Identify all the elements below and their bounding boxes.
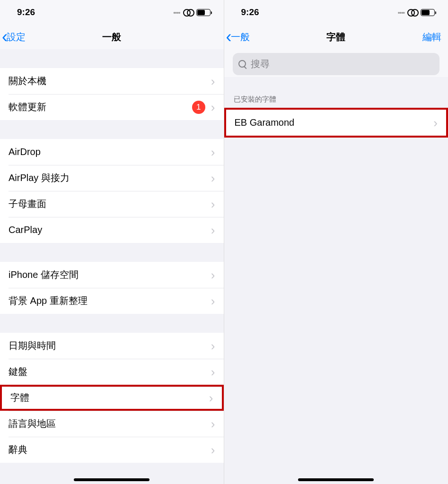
- home-indicator[interactable]: [74, 478, 149, 481]
- row-label: 子母畫面: [9, 198, 211, 210]
- signal-dots-icon: ••••: [398, 9, 404, 16]
- row-label: 辭典: [9, 443, 211, 456]
- search-wrap: 搜尋: [224, 49, 448, 77]
- settings-group: 關於本機 › 軟體更新 1 ›: [0, 68, 224, 120]
- chevron-right-icon: ›: [211, 418, 215, 430]
- row-bg-refresh[interactable]: 背景 App 重新整理 ›: [0, 288, 224, 314]
- row-about[interactable]: 關於本機 ›: [0, 68, 224, 94]
- battery-icon: [196, 9, 211, 16]
- row-carplay[interactable]: CarPlay ›: [0, 217, 224, 243]
- row-label: AirDrop: [9, 147, 211, 157]
- chevron-right-icon: ›: [211, 444, 215, 456]
- status-bar: 9:26 ••••: [224, 0, 448, 25]
- nav-bar: ‹ 設定 一般: [0, 25, 224, 49]
- nav-back-button[interactable]: ‹ 設定: [2, 28, 26, 45]
- row-dictionary[interactable]: 辭典 ›: [0, 437, 224, 463]
- settings-group: AirDrop › AirPlay 與接力 › 子母畫面 › CarPlay ›: [0, 139, 224, 243]
- search-input[interactable]: 搜尋: [233, 53, 440, 75]
- link-icon: [183, 9, 193, 16]
- row-label: 背景 App 重新整理: [9, 294, 211, 307]
- chevron-right-icon: ›: [211, 198, 215, 210]
- chevron-right-icon: ›: [211, 75, 215, 87]
- chevron-right-icon: ›: [433, 117, 438, 129]
- font-name: EB Garamond: [235, 117, 434, 128]
- row-pip[interactable]: 子母畫面 ›: [0, 191, 224, 217]
- row-label: AirPlay 與接力: [9, 172, 211, 184]
- nav-bar: ‹ 一般 字體 編輯: [224, 25, 448, 49]
- row-font[interactable]: EB Garamond ›: [226, 110, 447, 136]
- edit-button[interactable]: 編輯: [422, 31, 441, 43]
- chevron-right-icon: ›: [211, 366, 215, 378]
- row-label: iPhone 儲存空間: [9, 268, 211, 281]
- row-airplay[interactable]: AirPlay 與接力 ›: [0, 165, 224, 191]
- settings-group: iPhone 儲存空間 › 背景 App 重新整理 ›: [0, 262, 224, 314]
- status-time: 9:26: [17, 7, 35, 17]
- chevron-right-icon: ›: [211, 101, 215, 113]
- search-placeholder: 搜尋: [251, 58, 270, 70]
- fonts-list[interactable]: 已安裝的字體 EB Garamond ›: [224, 77, 448, 484]
- row-keyboard[interactable]: 鍵盤 ›: [0, 359, 224, 385]
- row-label: 日期與時間: [9, 339, 211, 352]
- row-label: 關於本機: [9, 75, 211, 87]
- nav-title: 一般: [102, 31, 121, 43]
- row-language[interactable]: 語言與地區 ›: [0, 411, 224, 437]
- chevron-right-icon: ›: [211, 146, 215, 158]
- fonts-section: EB Garamond ›: [224, 108, 448, 138]
- row-label: CarPlay: [9, 225, 211, 235]
- nav-title: 字體: [326, 31, 345, 43]
- signal-dots-icon: ••••: [173, 9, 180, 16]
- chevron-right-icon: ›: [209, 392, 213, 404]
- chevron-right-icon: ›: [211, 172, 215, 184]
- section-header: 已安裝的字體: [224, 77, 448, 108]
- status-icons: ••••: [173, 9, 210, 16]
- row-software-update[interactable]: 軟體更新 1 ›: [0, 94, 224, 120]
- row-fonts[interactable]: 字體 ›: [0, 385, 224, 411]
- battery-icon: [421, 9, 435, 16]
- update-badge: 1: [192, 101, 205, 114]
- status-bar: 9:26 ••••: [0, 0, 224, 25]
- search-icon: [238, 60, 247, 69]
- nav-back-label: 一般: [231, 31, 250, 43]
- row-label: 字體: [10, 391, 209, 404]
- settings-group: 日期與時間 › 鍵盤 › 字體 › 語言與地區 › 辭典 ›: [0, 333, 224, 463]
- settings-list[interactable]: 關於本機 › 軟體更新 1 › AirDrop › AirPlay 與接力 › …: [0, 49, 224, 484]
- row-airdrop[interactable]: AirDrop ›: [0, 139, 224, 165]
- row-label: 軟體更新: [9, 101, 192, 113]
- status-icons: ••••: [398, 9, 435, 16]
- row-label: 語言與地區: [9, 417, 211, 430]
- link-icon: [407, 9, 418, 16]
- chevron-right-icon: ›: [211, 340, 215, 352]
- home-indicator[interactable]: [298, 478, 374, 481]
- chevron-right-icon: ›: [211, 295, 215, 307]
- status-time: 9:26: [241, 7, 259, 17]
- row-label: 鍵盤: [9, 365, 211, 378]
- nav-back-label: 設定: [7, 31, 26, 43]
- chevron-right-icon: ›: [211, 224, 215, 236]
- screen-general: 9:26 •••• ‹ 設定 一般 關於本機 › 軟體更新 1 ›: [0, 0, 224, 484]
- row-storage[interactable]: iPhone 儲存空間 ›: [0, 262, 224, 288]
- row-datetime[interactable]: 日期與時間 ›: [0, 333, 224, 359]
- nav-back-button[interactable]: ‹ 一般: [226, 28, 250, 45]
- screen-fonts: 9:26 •••• ‹ 一般 字體 編輯 搜尋 已安裝的字體 EB Garamo…: [224, 0, 448, 484]
- chevron-right-icon: ›: [211, 269, 215, 281]
